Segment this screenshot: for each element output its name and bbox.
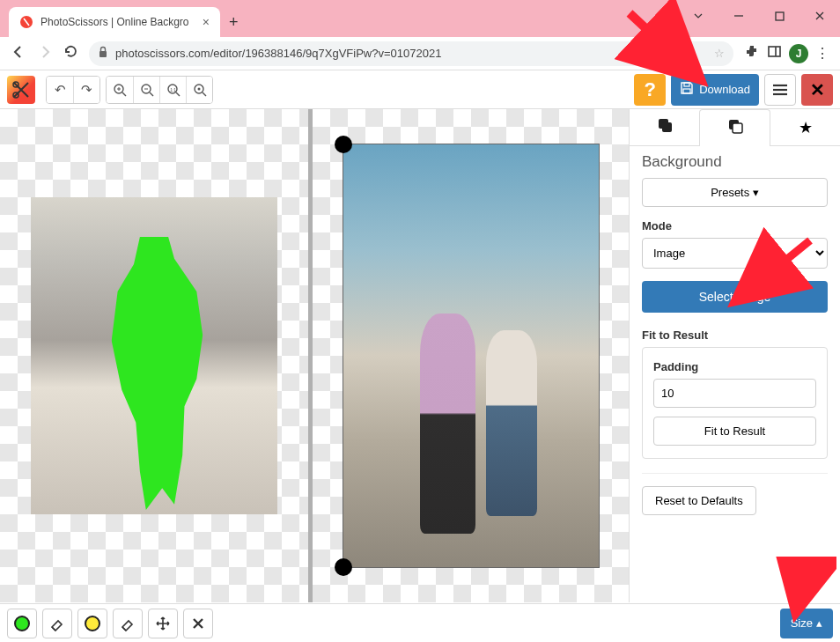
app-logo-icon: [7, 76, 35, 104]
foreground-brush-button[interactable]: [7, 609, 37, 638]
svg-rect-4: [769, 47, 780, 56]
tab-title: PhotoScissors | Online Backgro: [41, 16, 189, 28]
foreground-eraser-button[interactable]: [42, 609, 72, 638]
svg-rect-21: [684, 83, 689, 86]
layers-outline-icon: [726, 117, 744, 139]
move-tool-button[interactable]: [148, 609, 178, 638]
reload-button[interactable]: [63, 44, 78, 63]
maximize-button[interactable]: [759, 0, 799, 32]
svg-rect-3: [99, 51, 107, 57]
close-app-button[interactable]: ✕: [801, 74, 833, 106]
layers-filled-icon: [656, 116, 674, 138]
panel-tabs: ★: [630, 109, 840, 146]
svg-rect-22: [683, 89, 690, 93]
background-brush-button[interactable]: [77, 609, 107, 638]
fit-fieldset: Padding Fit to Result: [642, 347, 828, 459]
hamburger-menu-button[interactable]: [764, 74, 796, 106]
mask-preview-pane[interactable]: [0, 109, 308, 602]
app-toolbar: ↶ ↷ 1:1 ? Download ✕: [0, 70, 840, 109]
yellow-circle-icon: [85, 616, 100, 631]
padding-label: Padding: [653, 360, 816, 373]
tab-background[interactable]: [699, 109, 770, 146]
resize-handle-bottom-left[interactable]: [335, 558, 352, 576]
svg-line-9: [122, 92, 126, 96]
resize-handle-top-left[interactable]: [335, 136, 352, 153]
zoom-actual-button[interactable]: 1:1: [159, 77, 186, 103]
source-image-with-mask: [31, 197, 277, 514]
svg-line-16: [176, 92, 180, 96]
panel-icon[interactable]: [767, 44, 782, 63]
svg-rect-2: [776, 12, 784, 20]
panel-heading: Background: [642, 153, 828, 171]
browser-titlebar: PhotoScissors | Online Backgro × +: [0, 0, 840, 37]
zoom-in-button[interactable]: [107, 77, 133, 103]
url-text: photoscissors.com/editor/196388146/9q7Xg…: [115, 47, 441, 60]
canvas-area: [0, 109, 629, 602]
star-icon: ★: [799, 118, 813, 137]
address-bar[interactable]: photoscissors.com/editor/196388146/9q7Xg…: [89, 41, 733, 66]
svg-line-19: [203, 92, 206, 96]
tab-foreground[interactable]: [630, 109, 699, 145]
tab-close-icon[interactable]: ×: [203, 15, 210, 29]
tab-effects[interactable]: ★: [770, 109, 840, 145]
window-controls: [678, 0, 840, 32]
help-button[interactable]: ?: [634, 74, 666, 106]
browser-tab[interactable]: PhotoScissors | Online Backgro ×: [9, 7, 220, 37]
size-dropdown[interactable]: Size ▴: [780, 609, 833, 638]
download-button[interactable]: Download: [671, 74, 759, 106]
forward-button: [37, 44, 53, 63]
result-preview-pane[interactable]: [313, 109, 629, 602]
result-image[interactable]: [343, 144, 599, 567]
fit-to-result-label: Fit to Result: [642, 328, 828, 342]
svg-text:1:1: 1:1: [170, 86, 176, 92]
panel-body: Background Presets ▾ Mode Image Select I…: [630, 146, 840, 522]
extensions-icon[interactable]: [744, 44, 760, 63]
download-label: Download: [699, 83, 750, 96]
main-content: ★ Background Presets ▾ Mode Image Select…: [0, 109, 840, 602]
mode-label: Mode: [642, 219, 828, 232]
lock-icon: [98, 46, 108, 61]
redo-button[interactable]: ↷: [73, 77, 99, 103]
presets-dropdown[interactable]: Presets ▾: [642, 178, 828, 207]
chevron-down-icon[interactable]: [678, 0, 718, 32]
svg-line-13: [150, 92, 153, 96]
side-panel: ★ Background Presets ▾ Mode Image Select…: [629, 109, 840, 602]
undo-button[interactable]: ↶: [47, 77, 73, 103]
padding-input[interactable]: [653, 379, 816, 408]
background-eraser-button[interactable]: [113, 609, 143, 638]
save-icon: [680, 81, 694, 98]
star-icon[interactable]: ☆: [714, 47, 725, 60]
browser-toolbar: photoscissors.com/editor/196388146/9q7Xg…: [0, 37, 840, 70]
green-circle-icon: [14, 616, 30, 631]
svg-rect-29: [733, 123, 742, 133]
new-tab-button[interactable]: +: [220, 13, 247, 37]
profile-avatar[interactable]: J: [789, 44, 808, 63]
back-button[interactable]: [11, 44, 26, 63]
browser-menu-icon[interactable]: ⋮: [815, 45, 829, 62]
mode-select[interactable]: Image: [642, 238, 828, 269]
favicon-icon: [19, 15, 33, 29]
fit-to-result-button[interactable]: Fit to Result: [653, 417, 816, 446]
window-close-button[interactable]: [799, 0, 840, 32]
zoom-fit-button[interactable]: [186, 77, 212, 103]
select-image-button[interactable]: Select Image: [642, 281, 828, 313]
minimize-button[interactable]: [718, 0, 759, 32]
bottom-toolbar: Size ▴: [0, 603, 840, 642]
svg-point-20: [197, 87, 200, 90]
zoom-out-button[interactable]: [133, 77, 159, 103]
reset-defaults-button[interactable]: Reset to Defaults: [642, 486, 756, 515]
svg-rect-27: [662, 122, 672, 132]
delete-tool-button[interactable]: [183, 609, 213, 638]
